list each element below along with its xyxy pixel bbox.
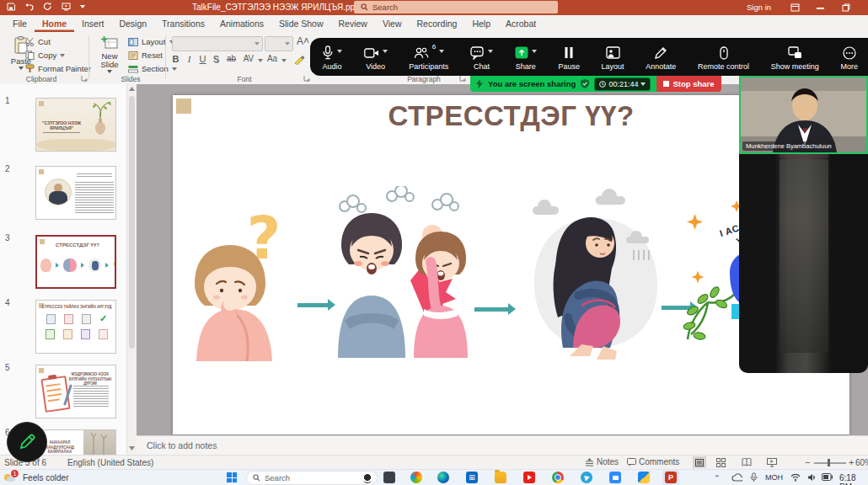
menu-tab-review[interactable]: Review [331,15,375,32]
menu-tab-insert[interactable]: Insert [74,15,111,32]
chat-chevron-icon[interactable] [488,50,493,53]
start-slideshow-icon[interactable] [62,3,71,11]
youtube-icon[interactable] [523,472,535,483]
zoom-app-icon[interactable] [609,472,621,483]
menu-tab-transitions[interactable]: Transitions [154,15,212,32]
meeting-remote-control-button[interactable]: Remote control [698,45,749,71]
italic-button[interactable]: I [184,54,195,64]
tray-mic-icon[interactable] [750,472,758,482]
scroll-down-icon[interactable] [129,446,135,450]
photos-icon[interactable] [638,472,650,483]
zoom-slider-track[interactable] [814,462,846,464]
meeting-video-button[interactable]: Video [364,45,388,71]
format-painter-button[interactable]: Format Painter [25,64,91,73]
zoom-in-button[interactable]: + [849,457,854,467]
restore-button[interactable] [842,3,850,12]
participant-video-active[interactable]: Munkherdene Byambachuluun [739,76,868,154]
slide-thumbnail-2[interactable] [35,166,116,220]
weather-text[interactable]: Feels colder [23,473,68,482]
titlebar-search[interactable]: Search [354,1,558,13]
layout-button[interactable]: Layout [128,37,174,46]
undo-icon[interactable] [24,3,34,11]
menu-tab-design[interactable]: Design [111,15,154,32]
comments-toggle[interactable]: Comments [627,457,679,466]
meeting-annotate-button[interactable]: Annotate [646,45,676,71]
text-shadow-button[interactable]: S [211,54,222,64]
menu-tab-home[interactable]: Home [35,15,74,32]
ribbon-display-options-icon[interactable] [790,3,800,12]
notes-pane[interactable]: Click to add notes [137,435,868,455]
meeting-more-button[interactable]: More [840,45,858,71]
participant-video-dark[interactable] [739,154,868,373]
font-name-combobox[interactable] [172,36,263,51]
font-size-combobox[interactable] [265,36,293,51]
underline-button[interactable]: U [197,54,208,64]
wifi-icon[interactable] [790,473,801,482]
thumbnail-scrollbar[interactable] [126,84,137,455]
save-icon[interactable] [7,3,15,11]
slide-thumbnail-4[interactable]: СТРЕССЭЭ ТАЙЛАХ ЭНГИЙН АРГУУД ✓ [35,300,116,354]
zoom-level[interactable]: 60% [855,458,868,467]
copilot-icon[interactable] [410,472,422,483]
powerpoint-icon[interactable]: P [665,472,677,483]
menu-tab-file[interactable]: File [5,15,35,32]
reading-view-icon[interactable] [742,458,752,466]
clipboard-dialog-launcher-icon[interactable] [81,75,88,82]
edge-icon[interactable] [437,472,449,483]
share-chevron-icon[interactable] [532,50,537,53]
menu-tab-slideshow[interactable]: Slide Show [271,15,331,32]
strikethrough-button[interactable]: ab [224,54,238,63]
meeting-participants-button[interactable]: 6 Participants [409,45,448,71]
scrollbar-thumb[interactable] [129,96,135,349]
zoom-slider-thumb[interactable] [828,459,830,466]
menu-tab-animations[interactable]: Animations [212,15,271,32]
slide-thumbnail-3-selected[interactable]: СТРЕССТДЭГ ҮҮ? [35,235,116,289]
security-shield-icon[interactable] [581,79,589,88]
menu-tab-view[interactable]: View [375,15,410,32]
meeting-timer[interactable]: 00:21:44 [594,77,651,91]
scroll-up-icon[interactable] [129,87,135,91]
task-view-icon[interactable] [383,472,395,483]
paragraph-dialog-launcher-icon[interactable] [459,75,466,82]
increase-font-size-button[interactable]: A˄ [297,35,309,47]
reset-button[interactable]: Reset [128,51,163,60]
taskbar-search-box[interactable]: Search [246,471,378,485]
taskbar-clock[interactable]: 6:18 PM [839,473,868,485]
cut-button[interactable]: Cut [25,37,51,46]
file-explorer-icon[interactable] [495,472,506,483]
menu-tab-help[interactable]: Help [464,15,498,32]
onedrive-icon[interactable] [731,473,742,482]
slide-thumbnail-1[interactable]: "СЭТГЭЛЭЭ НЭЭЖ ЯРИЛЦЪЯ" [35,98,116,152]
minimize-button[interactable] [817,8,824,9]
meeting-pause-button[interactable]: Pause [558,45,580,71]
meeting-share-button[interactable]: Share [515,45,537,71]
chrome-icon[interactable] [552,472,564,483]
change-case-button[interactable]: Aa [265,54,280,63]
sign-in-button[interactable]: Sign in [747,3,771,12]
video-chevron-icon[interactable] [383,50,388,53]
audio-chevron-icon[interactable] [337,50,342,53]
windows-start-button[interactable] [226,472,238,483]
menu-tab-acrobat[interactable]: Acrobat [498,15,544,32]
telegram-icon[interactable] [581,472,592,483]
normal-view-button[interactable] [693,456,706,468]
zoom-out-button[interactable]: − [805,457,810,467]
meeting-chat-button[interactable]: Chat [470,45,493,71]
slide-thumbnail-6[interactable]: АНХААРАЛ ХАНДУУЛСАНД БАЯРЛАЛАА [35,429,116,455]
volume-icon[interactable] [807,473,817,482]
tray-expand-chevron-icon[interactable]: ⌃ [714,474,721,482]
keyboard-language-indicator[interactable]: МОН [765,473,783,482]
character-spacing-button[interactable]: AV [241,54,256,63]
meeting-audio-button[interactable]: Audio [322,45,342,71]
battery-icon[interactable] [822,473,833,481]
copy-button[interactable]: Copy [25,51,65,60]
slide-thumbnail-5[interactable]: МЭДРЭМЖЭЭ НЭЭХ БҮЛГИЙН УУЛЗАЛТЫН ДҮРЭМ [35,365,116,418]
font-dialog-launcher-icon[interactable] [303,75,310,82]
section-button[interactable]: Section [128,64,177,73]
participants-chevron-icon[interactable] [439,50,444,53]
stop-share-button[interactable]: Stop share [656,76,721,92]
slide-sorter-view-icon[interactable] [716,458,726,467]
annotate-floating-button[interactable] [7,422,47,462]
meeting-layout-button[interactable]: Layout [602,45,624,71]
notes-toggle[interactable]: Notes [585,457,619,466]
